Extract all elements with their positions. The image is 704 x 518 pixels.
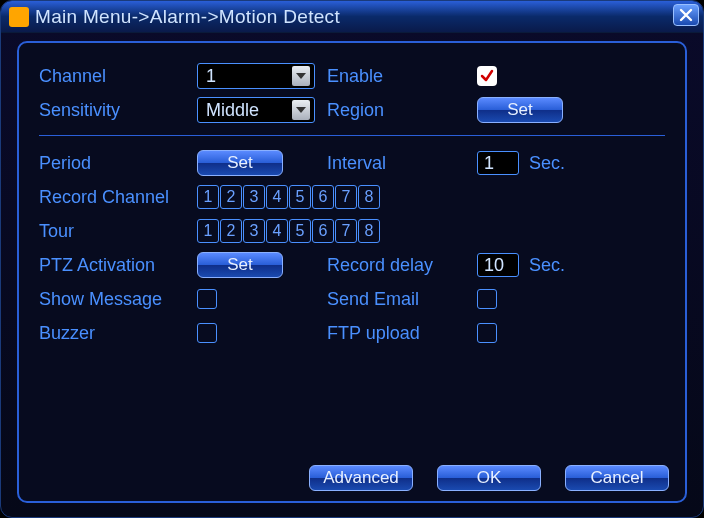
ftp-upload-checkbox[interactable]	[477, 323, 497, 343]
tour-cell-8[interactable]: 8	[358, 219, 380, 243]
show-message-checkbox[interactable]	[197, 289, 217, 309]
window-title: Main Menu->Alarm->Motion Detect	[35, 6, 340, 28]
tour-cell-5[interactable]: 5	[289, 219, 311, 243]
channel-value: 1	[206, 66, 216, 87]
dialog-body: Channel 1 Enable Sensitivity Mi	[17, 41, 687, 503]
check-icon	[479, 68, 495, 84]
channel-label: Channel	[39, 66, 197, 87]
app-icon	[9, 7, 29, 27]
buzzer-checkbox[interactable]	[197, 323, 217, 343]
channel-dropdown[interactable]: 1	[197, 63, 315, 89]
tour-cell-7[interactable]: 7	[335, 219, 357, 243]
ftp-upload-label: FTP upload	[327, 323, 477, 344]
record-channel-cell-8[interactable]: 8	[358, 185, 380, 209]
interval-label: Interval	[327, 153, 477, 174]
tour-cell-2[interactable]: 2	[220, 219, 242, 243]
enable-checkbox[interactable]	[477, 66, 497, 86]
tour-group: 12345678	[197, 219, 380, 243]
period-set-button[interactable]: Set	[197, 150, 283, 176]
buzzer-label: Buzzer	[39, 323, 197, 344]
ptz-set-button[interactable]: Set	[197, 252, 283, 278]
record-delay-label: Record delay	[327, 255, 477, 276]
advanced-button[interactable]: Advanced	[309, 465, 413, 491]
period-label: Period	[39, 153, 197, 174]
ptz-label: PTZ Activation	[39, 255, 197, 276]
tour-cell-4[interactable]: 4	[266, 219, 288, 243]
send-email-label: Send Email	[327, 289, 477, 310]
record-channel-cell-1[interactable]: 1	[197, 185, 219, 209]
record-channel-cell-7[interactable]: 7	[335, 185, 357, 209]
record-channel-label: Record Channel	[39, 187, 197, 208]
tour-cell-1[interactable]: 1	[197, 219, 219, 243]
record-delay-input[interactable]: 10	[477, 253, 519, 277]
ok-button[interactable]: OK	[437, 465, 541, 491]
motion-detect-dialog: Main Menu->Alarm->Motion Detect Channel …	[0, 0, 704, 518]
titlebar: Main Menu->Alarm->Motion Detect	[1, 1, 703, 33]
cancel-button[interactable]: Cancel	[565, 465, 669, 491]
tour-cell-6[interactable]: 6	[312, 219, 334, 243]
record-channel-group: 12345678	[197, 185, 380, 209]
record-channel-cell-3[interactable]: 3	[243, 185, 265, 209]
close-icon	[679, 8, 693, 22]
send-email-checkbox[interactable]	[477, 289, 497, 309]
tour-cell-3[interactable]: 3	[243, 219, 265, 243]
sensitivity-value: Middle	[206, 100, 259, 121]
show-message-label: Show Message	[39, 289, 197, 310]
close-button[interactable]	[673, 4, 699, 26]
region-label: Region	[327, 100, 477, 121]
chevron-down-icon	[292, 66, 310, 86]
record-channel-cell-5[interactable]: 5	[289, 185, 311, 209]
enable-label: Enable	[327, 66, 477, 87]
record-channel-cell-4[interactable]: 4	[266, 185, 288, 209]
sensitivity-dropdown[interactable]: Middle	[197, 97, 315, 123]
interval-input[interactable]: 1	[477, 151, 519, 175]
record-delay-suffix: Sec.	[529, 255, 565, 276]
tour-label: Tour	[39, 221, 197, 242]
region-set-button[interactable]: Set	[477, 97, 563, 123]
footer-buttons: Advanced OK Cancel	[309, 465, 669, 491]
interval-suffix: Sec.	[529, 153, 565, 174]
record-channel-cell-6[interactable]: 6	[312, 185, 334, 209]
chevron-down-icon	[292, 100, 310, 120]
sensitivity-label: Sensitivity	[39, 100, 197, 121]
record-channel-cell-2[interactable]: 2	[220, 185, 242, 209]
divider	[39, 135, 665, 136]
